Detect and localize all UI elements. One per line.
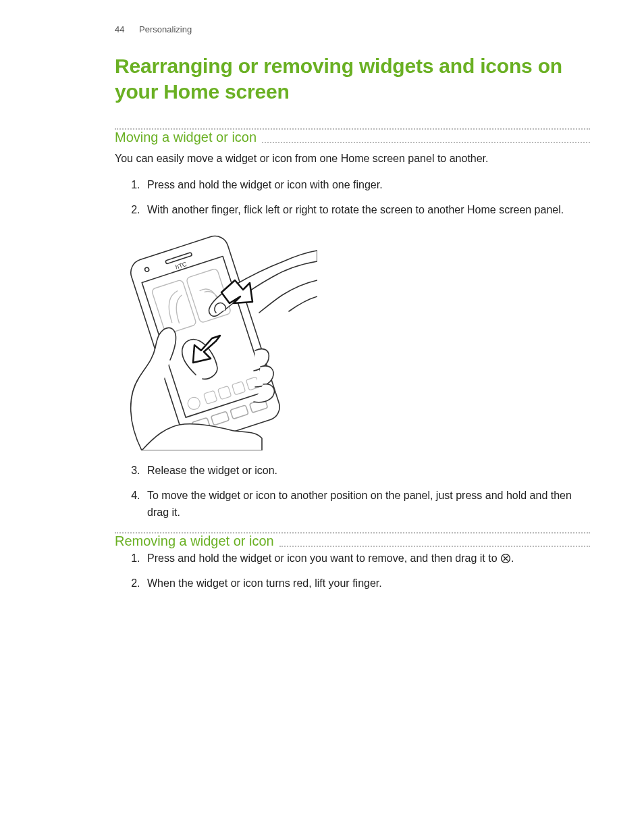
section-heading-moving: Moving a widget or icon	[115, 130, 258, 145]
section-heading-row: Moving a widget or icon	[115, 130, 590, 145]
divider	[115, 531, 590, 532]
removing-step-1-suffix: .	[511, 552, 514, 564]
page-number: 44	[115, 24, 124, 34]
gesture-illustration: hTC	[115, 228, 590, 450]
moving-step-2: With another finger, flick left or right…	[143, 202, 590, 219]
section-name: Personalizing	[139, 24, 192, 34]
moving-step-1: Press and hold the widget or icon with o…	[143, 177, 590, 194]
divider	[115, 127, 590, 128]
removing-step-1-prefix: Press and hold the widget or icon you wa…	[147, 552, 500, 564]
moving-intro: You can easily move a widget or icon fro…	[115, 151, 590, 167]
section-heading-removing: Removing a widget or icon	[115, 533, 275, 549]
removing-steps: Press and hold the widget or icon you wa…	[115, 550, 590, 592]
moving-step-4: To move the widget or icon to another po…	[143, 488, 590, 521]
page-title: Rearranging or removing widgets and icon…	[115, 53, 590, 104]
removing-step-1: Press and hold the widget or icon you wa…	[143, 550, 590, 567]
moving-steps-1-2: Press and hold the widget or icon with o…	[115, 177, 590, 219]
removing-step-2: When the widget or icon turns red, lift …	[143, 575, 590, 592]
page: 44 Personalizing Rearranging or removing…	[0, 0, 644, 834]
remove-circle-icon	[500, 553, 511, 564]
moving-steps-3-4: Release the widget or icon. To move the …	[115, 463, 590, 521]
section-heading-row: Removing a widget or icon	[115, 533, 590, 549]
running-header: 44 Personalizing	[115, 24, 590, 34]
moving-step-3: Release the widget or icon.	[143, 463, 590, 479]
